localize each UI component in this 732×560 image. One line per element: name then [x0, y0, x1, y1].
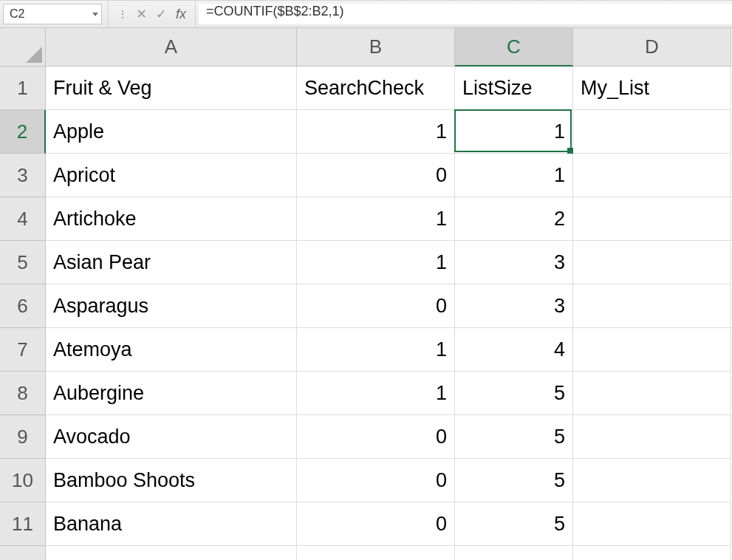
cell-D7[interactable] — [573, 328, 731, 372]
cell-A1[interactable]: Fruit & Veg — [46, 66, 297, 110]
cell-A10[interactable]: Bamboo Shoots — [46, 459, 297, 502]
cell-C11[interactable]: 5 — [455, 502, 573, 546]
cell-C8[interactable]: 5 — [455, 372, 573, 415]
row-header-8[interactable]: 8 — [0, 372, 46, 415]
row-header-5[interactable]: 5 — [0, 241, 46, 284]
grid-row: Bamboo Shoots05 — [46, 459, 731, 502]
cell-D4[interactable] — [573, 197, 731, 241]
grid-row: Avocado05 — [46, 415, 731, 459]
name-box-value: C2 — [10, 7, 24, 21]
cell-C7[interactable]: 4 — [455, 328, 573, 372]
fx-icon[interactable]: fx — [176, 7, 186, 22]
grid-row: Artichoke12 — [46, 197, 731, 241]
formula-buttons: ⋮ ✕ ✓ fx — [108, 1, 196, 27]
cell-B5[interactable]: 1 — [297, 241, 455, 284]
cell-D5[interactable] — [573, 241, 731, 284]
col-header-A[interactable]: A — [46, 28, 297, 66]
grid-row: Fruit & VegSearchCheckListSizeMy_List — [46, 66, 731, 110]
cell-D6[interactable] — [573, 284, 731, 328]
cell-A3[interactable]: Apricot — [46, 154, 297, 197]
grid-row: Banana05 — [46, 502, 731, 546]
enter-icon[interactable]: ✓ — [156, 6, 167, 22]
column-headers: ABCD — [46, 28, 731, 66]
cell-A4[interactable]: Artichoke — [46, 197, 297, 241]
cell-A7[interactable]: Atemoya — [46, 328, 297, 372]
formula-input[interactable]: =COUNTIF($B$2:B2,1) — [199, 4, 732, 24]
cell-B6[interactable]: 0 — [297, 284, 455, 328]
col-header-B[interactable]: B — [297, 28, 455, 66]
name-box[interactable]: C2 — [3, 4, 102, 24]
cell-B4[interactable]: 1 — [297, 197, 455, 241]
cell-D8[interactable] — [573, 372, 731, 415]
cell-D9[interactable] — [573, 415, 731, 459]
cell-B3[interactable]: 0 — [297, 154, 455, 197]
cell-A5[interactable]: Asian Pear — [46, 241, 297, 284]
grid-row: Asparagus03 — [46, 284, 731, 328]
cell-A6[interactable]: Asparagus — [46, 284, 297, 328]
grid-row: Asian Pear13 — [46, 241, 731, 284]
cell-A8[interactable]: Aubergine — [46, 372, 297, 415]
cell-A12[interactable]: Bean Sprouts — [46, 546, 297, 560]
row-header-11[interactable]: 11 — [0, 502, 46, 546]
row-header-1[interactable]: 1 — [0, 66, 46, 110]
row-header-3[interactable]: 3 — [0, 154, 46, 197]
cell-C12[interactable]: 6 — [455, 546, 573, 560]
formula-text: =COUNTIF($B$2:B2,1) — [206, 4, 344, 18]
cell-B8[interactable]: 1 — [297, 372, 455, 415]
cell-B9[interactable]: 0 — [297, 415, 455, 459]
grid-row: Apricot01 — [46, 154, 731, 197]
row-headers: 123456789101112 — [0, 66, 46, 560]
cell-B7[interactable]: 1 — [297, 328, 455, 372]
row-header-10[interactable]: 10 — [0, 459, 46, 502]
cell-C3[interactable]: 1 — [455, 154, 573, 197]
row-header-2[interactable]: 2 — [0, 110, 46, 154]
select-all-corner[interactable] — [0, 28, 46, 66]
cell-D1[interactable]: My_List — [573, 66, 731, 110]
cells: Fruit & VegSearchCheckListSizeMy_ListApp… — [46, 66, 731, 560]
cell-B1[interactable]: SearchCheck — [297, 66, 455, 110]
row-header-9[interactable]: 9 — [0, 415, 46, 459]
col-header-C[interactable]: C — [455, 28, 573, 66]
cell-D10[interactable] — [573, 459, 731, 502]
col-header-D[interactable]: D — [573, 28, 731, 66]
row-header-12[interactable]: 12 — [0, 546, 46, 560]
cell-C5[interactable]: 3 — [455, 241, 573, 284]
formula-bar: C2 ⋮ ✕ ✓ fx =COUNTIF($B$2:B2,1) — [0, 0, 732, 28]
cell-C6[interactable]: 3 — [455, 284, 573, 328]
row-header-4[interactable]: 4 — [0, 197, 46, 241]
cancel-icon[interactable]: ✕ — [136, 6, 147, 22]
cell-D11[interactable] — [573, 502, 731, 546]
cell-B10[interactable]: 0 — [297, 459, 455, 502]
cell-B11[interactable]: 0 — [297, 502, 455, 546]
cell-D3[interactable] — [573, 154, 731, 197]
row-header-7[interactable]: 7 — [0, 328, 46, 372]
cell-D2[interactable] — [573, 110, 731, 154]
cell-C4[interactable]: 2 — [455, 197, 573, 241]
cell-A11[interactable]: Banana — [46, 502, 297, 546]
cell-B12[interactable]: 1 — [297, 546, 455, 560]
cell-C1[interactable]: ListSize — [455, 66, 573, 110]
cell-A9[interactable]: Avocado — [46, 415, 297, 459]
expand-icon[interactable]: ⋮ — [117, 8, 127, 20]
grid-row: Atemoya14 — [46, 328, 731, 372]
grid-row: Aubergine15 — [46, 372, 731, 415]
row-header-6[interactable]: 6 — [0, 284, 46, 328]
cell-C2[interactable]: 1 — [455, 110, 573, 154]
cell-D12[interactable] — [573, 546, 731, 560]
cell-C10[interactable]: 5 — [455, 459, 573, 502]
cell-C9[interactable]: 5 — [455, 415, 573, 459]
grid-row: Apple11 — [46, 110, 731, 154]
chevron-down-icon[interactable] — [92, 13, 98, 16]
grid-row: Bean Sprouts16 — [46, 546, 731, 560]
cell-B2[interactable]: 1 — [297, 110, 455, 154]
cell-A2[interactable]: Apple — [46, 110, 297, 154]
